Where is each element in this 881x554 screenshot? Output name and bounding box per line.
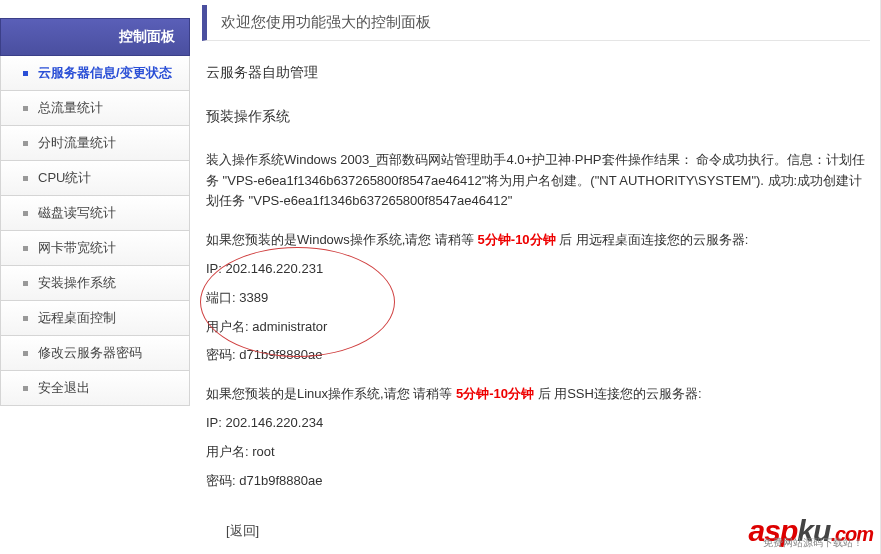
watermark-subtitle: 免费网站源码下载站！ (763, 536, 863, 550)
bullet-icon (23, 176, 28, 181)
bullet-icon (23, 106, 28, 111)
linux-connection-block: 如果您预装的是Linux操作系统,请您 请稍等 5分钟-10分钟 后 用SSH连… (206, 384, 866, 491)
bullet-icon (23, 351, 28, 356)
sidebar-item-label: 网卡带宽统计 (38, 239, 116, 257)
sidebar-item-server-info[interactable]: 云服务器信息/变更状态 (1, 56, 189, 91)
windows-ip: IP: 202.146.220.231 (206, 259, 866, 280)
bullet-icon (23, 211, 28, 216)
page-header: 欢迎您使用功能强大的控制面板 (202, 5, 870, 41)
sidebar-item-change-password[interactable]: 修改云服务器密码 (1, 336, 189, 371)
sidebar-item-install-os[interactable]: 安装操作系统 (1, 266, 189, 301)
sidebar-item-logout[interactable]: 安全退出 (1, 371, 189, 406)
section-title: 预装操作系统 (206, 105, 866, 127)
sidebar-item-label: 磁盘读写统计 (38, 204, 116, 222)
windows-port: 端口: 3389 (206, 288, 866, 309)
bullet-icon (23, 246, 28, 251)
windows-password: 密码: d71b9f8880ae (206, 345, 866, 366)
sidebar-item-label: 云服务器信息/变更状态 (38, 64, 172, 82)
sidebar-item-label: 安装操作系统 (38, 274, 116, 292)
sidebar-item-hourly-traffic[interactable]: 分时流量统计 (1, 126, 189, 161)
sidebar-item-label: 总流量统计 (38, 99, 103, 117)
sidebar-item-remote-desktop[interactable]: 远程桌面控制 (1, 301, 189, 336)
sidebar-item-label: 安全退出 (38, 379, 90, 397)
sidebar: 控制面板 云服务器信息/变更状态 总流量统计 分时流量统计 CPU统计 磁盘读写… (0, 0, 190, 554)
bullet-icon (23, 141, 28, 146)
windows-connection-block: 如果您预装的是Windows操作系统,请您 请稍等 5分钟-10分钟 后 用远程… (206, 230, 866, 366)
sidebar-item-disk-io[interactable]: 磁盘读写统计 (1, 196, 189, 231)
main-content: 欢迎您使用功能强大的控制面板 云服务器自助管理 预装操作系统 装入操作系统Win… (190, 0, 881, 554)
sidebar-item-label: CPU统计 (38, 169, 91, 187)
linux-intro: 如果您预装的是Linux操作系统,请您 请稍等 5分钟-10分钟 后 用SSH连… (206, 384, 866, 405)
linux-ip: IP: 202.146.220.234 (206, 413, 866, 434)
sidebar-title: 控制面板 (0, 18, 190, 56)
sidebar-item-cpu-stats[interactable]: CPU统计 (1, 161, 189, 196)
operation-result: 装入操作系统Windows 2003_西部数码网站管理助手4.0+护卫神·PHP… (206, 150, 866, 212)
linux-username: 用户名: root (206, 442, 866, 463)
content-title: 云服务器自助管理 (206, 61, 866, 83)
wait-time-highlight: 5分钟-10分钟 (478, 232, 556, 247)
windows-username: 用户名: administrator (206, 317, 866, 338)
sidebar-item-label: 分时流量统计 (38, 134, 116, 152)
sidebar-item-label: 远程桌面控制 (38, 309, 116, 327)
watermark: aspku.com 免费网站源码下载站！ (749, 514, 873, 548)
bullet-icon (23, 386, 28, 391)
sidebar-items: 云服务器信息/变更状态 总流量统计 分时流量统计 CPU统计 磁盘读写统计 网卡… (0, 56, 190, 406)
bullet-icon (23, 316, 28, 321)
bullet-icon (23, 281, 28, 286)
bullet-icon (23, 71, 28, 76)
linux-password: 密码: d71b9f8880ae (206, 471, 866, 492)
windows-intro: 如果您预装的是Windows操作系统,请您 请稍等 5分钟-10分钟 后 用远程… (206, 230, 866, 251)
sidebar-item-label: 修改云服务器密码 (38, 344, 142, 362)
wait-time-highlight: 5分钟-10分钟 (456, 386, 534, 401)
sidebar-item-total-traffic[interactable]: 总流量统计 (1, 91, 189, 126)
sidebar-item-nic-bandwidth[interactable]: 网卡带宽统计 (1, 231, 189, 266)
